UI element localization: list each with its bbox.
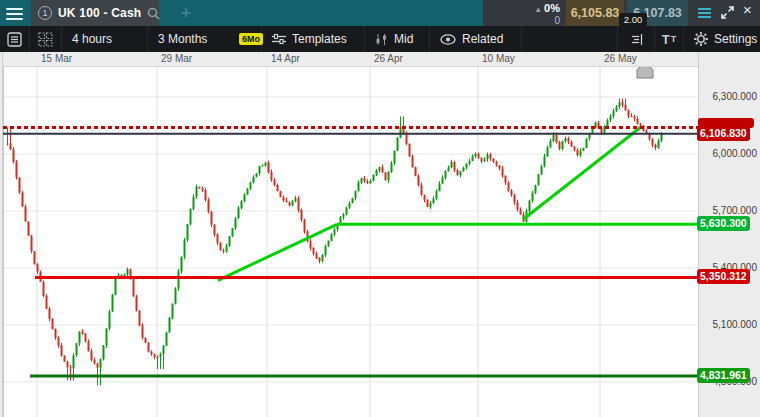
spread-value: 2.00 [619, 13, 647, 26]
price-axis[interactable]: 6,300.0006,000.0005,700.0005,400.0005,10… [698, 52, 760, 417]
range-badge[interactable]: 6Mo [239, 33, 263, 45]
price-tick: 6,300.000 [699, 91, 757, 102]
price-tick: 5,700.000 [699, 205, 757, 216]
price-tag-support-dark-green[interactable]: 4,831.961 [697, 368, 750, 383]
price-tag-current-price[interactable]: 6,106.830 [697, 126, 750, 141]
price-tick: 5,100.000 [699, 319, 757, 330]
trading-platform-window: 1 UK 100 - Cash + ▲0% 0 6,105.83 6,107.8… [0, 0, 760, 417]
date-axis: 15 Mar29 Mar14 Apr26 Apr10 May26 May [0, 52, 760, 67]
price-tick: 6,000.000 [699, 148, 757, 159]
date-tick: 15 Mar [41, 53, 72, 64]
price-tag-support-red[interactable]: 5,350.312 [697, 269, 750, 284]
price-tag-support-green[interactable]: 5,630.300 [697, 216, 750, 231]
chart-left-margin [0, 52, 3, 417]
date-tick: 10 May [482, 53, 515, 64]
candlestick-series [7, 99, 663, 386]
date-tick: 14 Apr [271, 53, 300, 64]
gridlines [3, 67, 698, 417]
date-tick: 29 Mar [161, 53, 192, 64]
date-tick: 26 Apr [374, 53, 403, 64]
trendline-1[interactable] [218, 224, 337, 280]
date-tick: 26 May [604, 53, 637, 64]
